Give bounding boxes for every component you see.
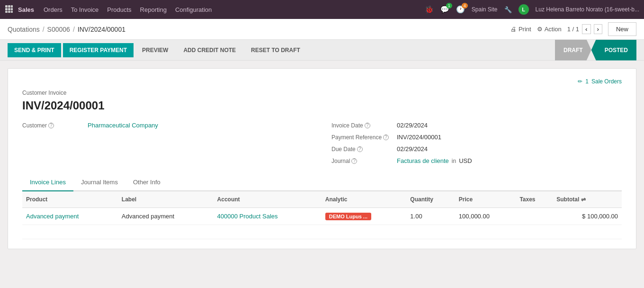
breadcrumb-bar: Quotations / S00006 / INV/2024/00001 🖨 P… <box>0 19 644 40</box>
top-navigation: Sales Orders To Invoice Products Reporti… <box>0 0 644 19</box>
svg-rect-5 <box>11 8 13 10</box>
empty-left2 <box>22 145 313 153</box>
action-button[interactable]: ⚙ Action <box>537 26 562 33</box>
send-print-button[interactable]: SEND & PRINT <box>8 43 61 57</box>
customer-label: Customer ? <box>22 122 84 129</box>
journal-label: Journal ? <box>331 158 393 164</box>
status-bar: DRAFT POSTED <box>555 40 636 61</box>
bug-icon-wrapper: 🐞 <box>425 5 434 14</box>
svg-rect-0 <box>5 5 8 8</box>
app-grid-icon[interactable] <box>5 5 13 15</box>
fields-grid: Customer ? Pharmaceutical Company Invoic… <box>22 122 622 164</box>
customer-field-row: Customer ? Pharmaceutical Company <box>22 122 313 129</box>
status-draft[interactable]: DRAFT <box>555 40 591 61</box>
svg-rect-8 <box>11 11 13 13</box>
gear-icon: ⚙ <box>537 26 543 33</box>
new-button[interactable]: New <box>608 22 636 36</box>
printer-icon: 🖨 <box>510 26 517 33</box>
journal-currency: USD <box>459 157 472 164</box>
due-date-help-icon[interactable]: ? <box>357 146 363 152</box>
page-info: 1 / 1 <box>567 26 579 33</box>
nav-orders[interactable]: Orders <box>44 6 63 13</box>
activity-badge: 4 <box>462 3 468 9</box>
due-date-label: Due Date ? <box>331 146 393 153</box>
nav-products[interactable]: Products <box>107 6 131 13</box>
cell-taxes <box>516 208 553 225</box>
journal-in: in <box>452 158 456 164</box>
reset-to-draft-button[interactable]: RESET TO DRAFT <box>244 43 307 57</box>
breadcrumb-current: INV/2024/00001 <box>78 26 125 33</box>
nav-reporting[interactable]: Reporting <box>140 6 167 13</box>
invoice-date-help-icon[interactable]: ? <box>365 123 370 128</box>
col-account: Account <box>214 191 322 208</box>
nav-to-invoice[interactable]: To Invoice <box>71 6 99 13</box>
payment-ref-field-row: Payment Reference ? INV/2024/00001 <box>331 134 622 141</box>
breadcrumb: Quotations / S00006 / INV/2024/00001 <box>8 26 510 33</box>
cell-analytic: DEMO Lupus ... <box>322 208 407 225</box>
bug-icon[interactable]: 🐞 <box>425 5 434 13</box>
tab-journal-items[interactable]: Journal Items <box>73 174 125 191</box>
site-name-label: Spain Site <box>472 6 498 13</box>
action-bar: SEND & PRINT REGISTER PAYMENT PREVIEW AD… <box>0 40 644 61</box>
main-content: ✏ 1 Sale Orders Customer Invoice INV/202… <box>0 61 644 287</box>
customer-value[interactable]: Pharmaceutical Company <box>88 122 158 129</box>
tab-invoice-lines[interactable]: Invoice Lines <box>22 174 73 191</box>
svg-rect-3 <box>5 8 8 10</box>
sale-orders-label: Sale Orders <box>591 78 622 85</box>
breadcrumb-actions: 🖨 Print ⚙ Action 1 / 1 ‹ › New <box>510 22 636 36</box>
nav-configuration[interactable]: Configuration <box>175 6 212 13</box>
journal-info: Facturas de cliente in USD <box>397 157 472 164</box>
breadcrumb-sep-1: / <box>43 26 45 33</box>
app-name-label: Sales <box>18 6 34 13</box>
breadcrumb-s00006[interactable]: S00006 <box>47 26 70 33</box>
document-number: INV/2024/00001 <box>22 99 622 112</box>
cell-account[interactable]: 400000 Product Sales <box>214 208 322 225</box>
payment-ref-value: INV/2024/00001 <box>397 134 441 141</box>
document-type: Customer Invoice <box>22 90 622 96</box>
status-posted[interactable]: POSTED <box>591 40 636 61</box>
table-row: Advanced payment Advanced payment 400000… <box>22 208 622 225</box>
invoice-table: Product Label Account Analytic Quantity … <box>22 191 622 239</box>
analytic-badge[interactable]: DEMO Lupus ... <box>325 213 371 220</box>
user-name-label: Luz Helena Barreto Norato (16-sweet-b... <box>536 6 639 13</box>
chat-badge: 1 <box>446 3 452 9</box>
cell-product[interactable]: Advanced payment <box>22 208 118 225</box>
register-payment-button[interactable]: REGISTER PAYMENT <box>63 43 134 57</box>
preview-button[interactable]: PREVIEW <box>135 43 175 57</box>
chat-icon-wrapper: 💬 1 <box>440 5 449 14</box>
next-page-button[interactable]: › <box>594 24 602 34</box>
table-empty-row <box>22 225 622 239</box>
breadcrumb-quotations[interactable]: Quotations <box>8 26 40 33</box>
prev-page-button[interactable]: ‹ <box>582 24 590 34</box>
add-credit-note-button[interactable]: ADD CREDIT NOTE <box>177 43 242 57</box>
col-label: Label <box>118 191 214 208</box>
payment-ref-help-icon[interactable]: ? <box>383 135 389 140</box>
journal-field-row: Journal ? Facturas de cliente in USD <box>331 157 622 164</box>
user-avatar: L <box>519 4 529 15</box>
col-product: Product <box>22 191 118 208</box>
due-date-field-row: Due Date ? 02/29/2024 <box>331 145 622 153</box>
page-navigation: 1 / 1 ‹ › <box>567 24 602 34</box>
table-header-row: Product Label Account Analytic Quantity … <box>22 191 622 208</box>
sale-orders-count: 1 <box>585 78 589 85</box>
journal-value[interactable]: Facturas de cliente <box>397 157 449 164</box>
svg-rect-6 <box>5 11 8 13</box>
settings-icon[interactable]: 🔧 <box>504 6 512 13</box>
tabs: Invoice Lines Journal Items Other Info <box>22 174 622 191</box>
journal-help-icon[interactable]: ? <box>351 158 357 164</box>
col-analytic: Analytic <box>322 191 407 208</box>
nav-right: 🐞 💬 1 🕐 4 Spain Site 🔧 L Luz Helena Barr… <box>425 4 639 15</box>
payment-ref-label: Payment Reference ? <box>331 134 393 141</box>
empty-left3 <box>22 157 313 164</box>
cell-subtotal: $ 100,000.00 <box>553 208 622 225</box>
sale-orders-badge[interactable]: ✏ 1 Sale Orders <box>578 78 622 85</box>
customer-help-icon[interactable]: ? <box>48 123 54 128</box>
print-button[interactable]: 🖨 Print <box>510 26 531 33</box>
column-settings-icon[interactable]: ⇌ <box>581 196 586 203</box>
invoice-date-label: Invoice Date ? <box>331 122 393 129</box>
svg-rect-2 <box>11 5 13 8</box>
tab-other-info[interactable]: Other Info <box>125 174 168 191</box>
breadcrumb-sep-2: / <box>73 26 75 33</box>
activity-icon-wrapper: 🕐 4 <box>456 5 465 14</box>
edit-icon: ✏ <box>578 78 582 85</box>
